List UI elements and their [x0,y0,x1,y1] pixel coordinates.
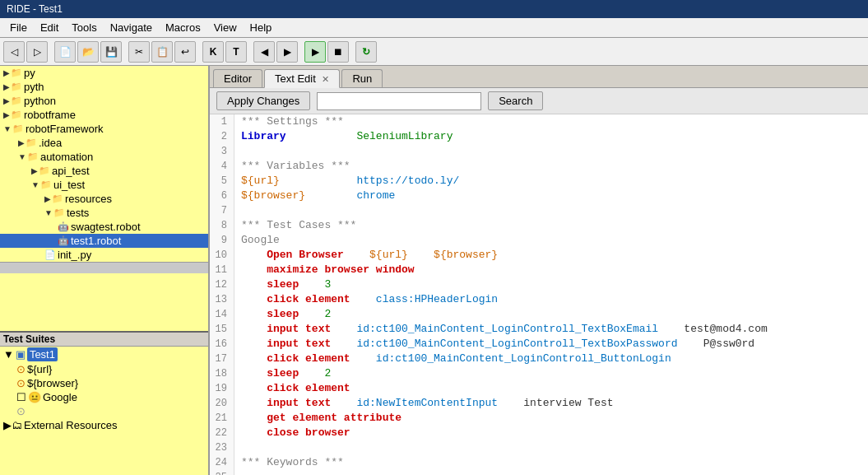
left-panel: ▶ 📁 py ▶ 📁 pyth ▶ 📁 python ▶ 📁 robotfram… [0,66,210,475]
menu-edit[interactable]: Edit [34,20,65,35]
code-line-6: 6 ${browser} chrome [210,189,868,203]
expand-icon: ▶ [3,96,10,105]
line-num: 14 [210,307,234,322]
editor-toolbar: Apply Changes Search [210,88,868,114]
file-icon: 📄 [44,249,56,260]
line-num: 23 [210,440,234,455]
tree-item-init[interactable]: 📄 init_.py [0,248,208,262]
tree-item-pyth[interactable]: ▶ 📁 pyth [0,80,208,94]
line-num: 20 [210,396,234,411]
ts-item-google[interactable]: ☐ 😐 Google [0,390,208,404]
tree-horizontal-scrollbar[interactable] [0,262,208,273]
toolbar-k[interactable]: K [202,41,224,63]
tree-item-automation[interactable]: ▼ 📁 automation [0,150,208,164]
expand-icon: ▶ [3,419,12,431]
toolbar-open[interactable]: 📂 [77,41,99,63]
code-line-14: 14 sleep 2 [210,307,868,322]
toolbar-stop[interactable]: ⏹ [327,41,349,63]
ts-item-external[interactable]: ▶ 🗂 External Resources [0,418,208,432]
tree-item-swagtest[interactable]: 🤖 swagtest.robot [0,220,208,234]
line-num: 21 [210,411,234,426]
tree-item-tests[interactable]: ▼ 📁 tests [0,206,208,220]
file-tree[interactable]: ▶ 📁 py ▶ 📁 pyth ▶ 📁 python ▶ 📁 robotfram… [0,66,208,331]
tab-run[interactable]: Run [341,69,383,87]
code-editor[interactable]: 1 *** Settings *** 2 Library SeleniumLib… [210,114,868,475]
code-line-7: 7 [210,203,868,218]
line-content: Library SeleniumLibrary [234,129,868,144]
menu-file[interactable]: File [3,20,34,35]
toolbar-run[interactable]: ▶ [304,41,326,63]
expand-icon: ▶ [31,166,38,175]
ts-item-browser[interactable]: ⊙ ${browser} [0,376,208,390]
ts-item-url[interactable]: ⊙ ${url} [0,362,208,376]
tree-item-python[interactable]: ▶ 📁 python [0,94,208,108]
tree-label: init_.py [58,249,91,261]
code-line-10: 10 Open Browser ${url} ${browser} [210,248,868,263]
code-line-4: 4 *** Variables *** [210,159,868,174]
toolbar-paste[interactable]: 📋 [151,41,173,63]
toolbar-forward[interactable]: ▷ [26,41,48,63]
tree-item-robotframework[interactable]: ▼ 📁 robotFramework [0,122,208,136]
folder-icon: 📁 [11,68,22,78]
menu-navigate[interactable]: Navigate [104,20,159,35]
code-line-8: 8 *** Test Cases *** [210,218,868,233]
tab-close-textedit[interactable]: ✕ [322,74,329,84]
tree-item-idea[interactable]: ▶ 📁 .idea [0,136,208,150]
line-num: 15 [210,322,234,337]
expand-icon: ▼ [44,208,53,217]
line-num: 11 [210,263,234,277]
tree-item-test1[interactable]: 🤖 test1.robot [0,234,208,248]
search-button[interactable]: Search [488,91,543,110]
tabs-bar: Editor Text Edit ✕ Run [210,66,868,88]
toolbar: ◁ ▷ 📄 📂 💾 ✂ 📋 ↩ K T ◀ ▶ ▶ ⏹ ↻ [0,38,868,66]
toolbar-back[interactable]: ◁ [3,41,25,63]
toolbar-cut[interactable]: ✂ [128,41,150,63]
line-num: 17 [210,352,234,366]
line-content: *** Test Cases *** [234,218,868,233]
toolbar-next[interactable]: ▶ [276,41,298,63]
tree-label: test1.robot [71,235,121,247]
code-line-21: 21 get element attribute [210,411,868,426]
menu-tools[interactable]: Tools [65,20,103,35]
line-content: input text id:NewItemContentInput interv… [234,396,868,411]
tree-item-api_test[interactable]: ▶ 📁 api_test [0,164,208,178]
toolbar-reload[interactable]: ↻ [355,41,377,63]
line-content: sleep 2 [234,307,868,322]
tree-item-ui_test[interactable]: ▼ 📁 ui_test [0,178,208,192]
line-content: ${browser} chrome [234,189,868,203]
tree-item-robotframe[interactable]: ▶ 📁 robotframe [0,108,208,122]
tab-editor[interactable]: Editor [213,69,262,87]
menu-help[interactable]: Help [244,20,279,35]
tab-textedit[interactable]: Text Edit ✕ [264,69,340,88]
toolbar-prev[interactable]: ◀ [253,41,275,63]
variable-icon: ⊙ [16,377,26,389]
code-line-20: 20 input text id:NewItemContentInput int… [210,396,868,411]
title-text: RIDE - Test1 [7,3,63,15]
toolbar-t[interactable]: T [225,41,247,63]
line-content [234,440,868,455]
tree-item-py[interactable]: ▶ 📁 py [0,66,208,80]
test-suites-title: Test Suites [3,333,55,345]
toolbar-save[interactable]: 💾 [100,41,122,63]
ts-item-test1[interactable]: ▼ ▣ Test1 [0,347,208,362]
line-content: sleep 2 [234,366,868,381]
code-line-22: 22 close browser [210,426,868,440]
line-content [234,470,868,475]
toolbar-new[interactable]: 📄 [54,41,76,63]
title-bar: RIDE - Test1 [0,0,868,18]
ts-item-empty[interactable]: ⊙ [0,404,208,418]
search-input[interactable] [317,92,481,110]
line-content: input text id:ct100_MainContent_LoginCon… [234,337,868,352]
tree-item-resources[interactable]: ▶ 📁 resources [0,192,208,206]
external-icon: 🗂 [12,419,22,431]
toolbar-undo[interactable]: ↩ [174,41,196,63]
tree-label: tests [67,207,89,219]
expand-icon: ▶ [3,82,10,91]
menu-view[interactable]: View [207,20,244,35]
line-content: click element class:HPHeaderLogin [234,292,868,307]
folder-icon: 📁 [11,109,22,120]
line-content [234,144,868,159]
expand-icon: ▼ [3,124,12,133]
apply-changes-button[interactable]: Apply Changes [216,91,310,110]
menu-macros[interactable]: Macros [159,20,207,35]
